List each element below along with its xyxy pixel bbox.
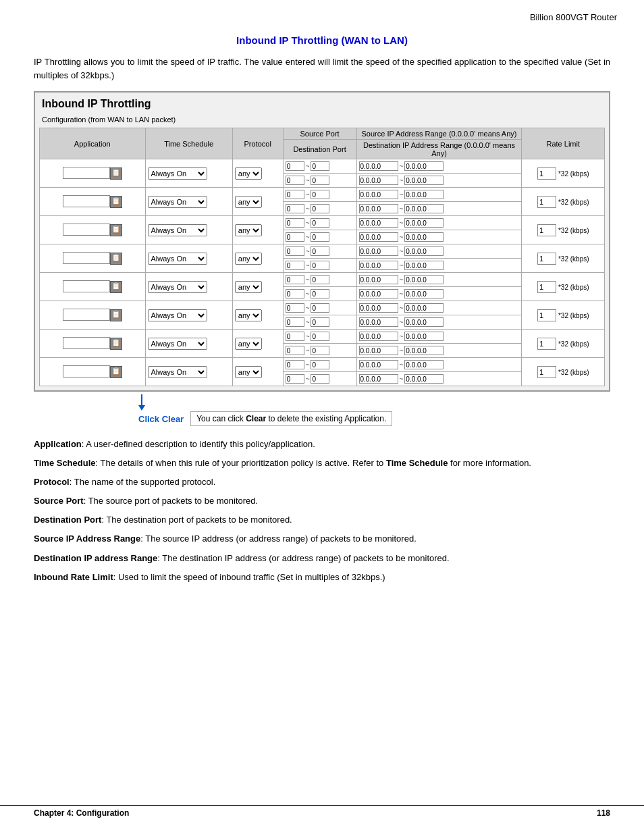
time-select[interactable]: Always On [148, 366, 207, 378]
app-input[interactable] [63, 195, 110, 207]
src-port-to[interactable] [311, 332, 329, 341]
dst-ip-to[interactable] [404, 289, 444, 298]
dst-ip-from[interactable] [359, 289, 398, 298]
proto-select[interactable]: any [235, 338, 262, 350]
app-input[interactable] [63, 280, 110, 292]
time-select[interactable]: Always On [148, 253, 207, 265]
src-port-to[interactable] [311, 360, 329, 369]
app-input[interactable] [63, 167, 110, 179]
dst-port-from[interactable] [286, 204, 304, 213]
src-port-from[interactable] [286, 332, 304, 341]
app-icon[interactable] [110, 167, 122, 180]
app-input[interactable] [63, 252, 110, 264]
dst-port-to[interactable] [311, 289, 329, 298]
src-port-from[interactable] [286, 161, 304, 171]
src-ip-from[interactable] [359, 218, 398, 228]
src-ip-from[interactable] [359, 190, 398, 199]
src-ip-to[interactable] [404, 190, 444, 199]
dst-port-from[interactable] [286, 346, 304, 355]
proto-select[interactable]: any [235, 281, 262, 293]
dst-ip-from[interactable] [359, 176, 398, 185]
dst-port-to[interactable] [311, 232, 329, 242]
src-port-from[interactable] [286, 360, 304, 369]
rate-input[interactable] [537, 253, 556, 265]
proto-select[interactable]: any [235, 224, 262, 236]
dst-port-from[interactable] [286, 176, 304, 185]
src-port-from[interactable] [286, 218, 304, 228]
app-icon[interactable] [110, 253, 122, 265]
time-select[interactable]: Always On [148, 281, 207, 293]
dst-ip-to[interactable] [404, 317, 444, 327]
dst-ip-to[interactable] [404, 176, 444, 185]
dst-port-to[interactable] [311, 176, 329, 185]
dst-port-to[interactable] [311, 204, 329, 213]
dst-port-from[interactable] [286, 232, 304, 242]
rate-input[interactable] [537, 167, 556, 180]
dst-ip-from[interactable] [359, 204, 398, 213]
dst-ip-from[interactable] [359, 232, 398, 242]
src-ip-from[interactable] [359, 161, 398, 171]
src-port-to[interactable] [311, 275, 329, 284]
proto-select[interactable]: any [235, 253, 262, 265]
src-ip-from[interactable] [359, 332, 398, 341]
src-ip-from[interactable] [359, 360, 398, 369]
dst-port-from[interactable] [286, 261, 304, 270]
rate-input[interactable] [537, 338, 556, 350]
src-port-to[interactable] [311, 246, 329, 256]
src-ip-to[interactable] [404, 275, 444, 284]
proto-select[interactable]: any [235, 309, 262, 321]
src-ip-from[interactable] [359, 246, 398, 256]
app-input[interactable] [63, 224, 110, 236]
time-select[interactable]: Always On [148, 167, 207, 180]
src-ip-from[interactable] [359, 303, 398, 313]
rate-input[interactable] [537, 196, 556, 208]
src-port-to[interactable] [311, 218, 329, 228]
rate-input[interactable] [537, 281, 556, 293]
src-port-to[interactable] [311, 161, 329, 171]
time-select[interactable]: Always On [148, 224, 207, 236]
src-port-from[interactable] [286, 303, 304, 313]
rate-input[interactable] [537, 366, 556, 378]
dst-port-from[interactable] [286, 374, 304, 384]
time-select[interactable]: Always On [148, 196, 207, 208]
dst-ip-to[interactable] [404, 346, 444, 355]
dst-port-to[interactable] [311, 374, 329, 384]
proto-select[interactable]: any [235, 366, 262, 378]
proto-select[interactable]: any [235, 167, 262, 180]
rate-input[interactable] [537, 309, 556, 321]
app-icon[interactable] [110, 309, 122, 321]
app-input[interactable] [63, 309, 110, 321]
src-port-from[interactable] [286, 190, 304, 199]
app-input[interactable] [63, 365, 110, 377]
time-select[interactable]: Always On [148, 338, 207, 350]
src-ip-to[interactable] [404, 360, 444, 369]
src-port-to[interactable] [311, 190, 329, 199]
dst-ip-from[interactable] [359, 261, 398, 270]
src-ip-to[interactable] [404, 246, 444, 256]
dst-ip-from[interactable] [359, 346, 398, 355]
dst-port-from[interactable] [286, 289, 304, 298]
click-clear-label[interactable]: Click Clear [138, 414, 184, 424]
app-icon[interactable] [110, 281, 122, 293]
app-input[interactable] [63, 337, 110, 349]
app-icon[interactable] [110, 366, 122, 378]
app-icon[interactable] [110, 224, 122, 236]
dst-ip-to[interactable] [404, 261, 444, 270]
src-ip-to[interactable] [404, 332, 444, 341]
src-port-to[interactable] [311, 303, 329, 313]
dst-port-to[interactable] [311, 317, 329, 327]
app-icon[interactable] [110, 338, 122, 350]
app-icon[interactable] [110, 196, 122, 208]
src-ip-to[interactable] [404, 161, 444, 171]
src-ip-to[interactable] [404, 218, 444, 228]
dst-port-to[interactable] [311, 346, 329, 355]
src-ip-to[interactable] [404, 303, 444, 313]
src-port-from[interactable] [286, 246, 304, 256]
rate-input[interactable] [537, 224, 556, 236]
dst-ip-to[interactable] [404, 204, 444, 213]
dst-ip-to[interactable] [404, 232, 444, 242]
dst-ip-from[interactable] [359, 317, 398, 327]
dst-port-to[interactable] [311, 261, 329, 270]
proto-select[interactable]: any [235, 196, 262, 208]
dst-ip-to[interactable] [404, 374, 444, 384]
